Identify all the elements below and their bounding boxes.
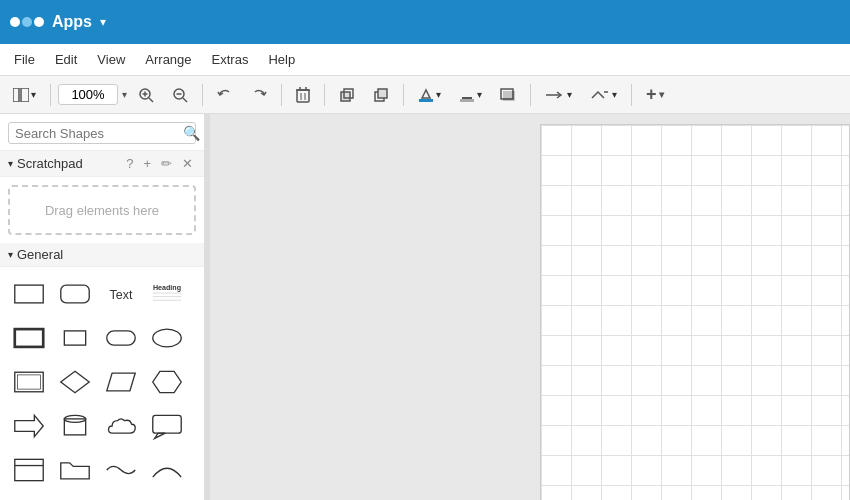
sidebar: 🔍 ▾ Scratchpad ? + ✏ ✕ Drag elements her…	[0, 114, 205, 500]
apps-dropdown-arrow[interactable]: ▾	[100, 15, 106, 29]
delete-icon	[296, 87, 310, 103]
toolbar-sep-6	[530, 84, 531, 106]
shape-rectangle[interactable]	[8, 273, 50, 315]
scratchpad-collapse-icon[interactable]: ▾	[8, 158, 13, 169]
toolbar-sep-2	[202, 84, 203, 106]
svg-rect-25	[15, 285, 43, 303]
svg-rect-15	[341, 92, 350, 101]
svg-rect-46	[15, 459, 43, 480]
plus-icon: +	[646, 84, 657, 105]
svg-marker-41	[15, 415, 43, 436]
shape-rect-thick[interactable]	[8, 317, 50, 359]
menu-view[interactable]: View	[87, 48, 135, 71]
zoom-dropdown-arrow[interactable]: ▾	[122, 89, 127, 100]
svg-marker-38	[61, 371, 89, 392]
add-dropdown-arrow: ▾	[659, 89, 664, 100]
search-input[interactable]	[15, 126, 183, 141]
scratchpad-section-header: ▾ Scratchpad ? + ✏ ✕	[0, 151, 204, 177]
app-name-label: Apps	[52, 13, 92, 31]
view-icon	[13, 88, 29, 102]
toolbar: ▾ 100% ▾ ▾ ▾	[0, 76, 850, 114]
app-logo[interactable]	[10, 17, 44, 27]
shape-cloud[interactable]	[100, 405, 142, 447]
menu-help[interactable]: Help	[258, 48, 305, 71]
svg-rect-34	[107, 331, 135, 345]
scratchpad-close-button[interactable]: ✕	[179, 155, 196, 172]
waypoint-button[interactable]: ▾	[583, 84, 624, 106]
to-front-button[interactable]	[332, 84, 362, 106]
undo-button[interactable]	[210, 84, 240, 106]
shapes-grid: Text Heading	[0, 267, 204, 497]
shape-rect-inner[interactable]	[8, 361, 50, 403]
shape-parallelogram[interactable]	[100, 361, 142, 403]
connection-button[interactable]: ▾	[538, 84, 579, 106]
shape-speech-bubble[interactable]	[146, 405, 188, 447]
svg-point-35	[153, 329, 181, 347]
waypoint-dropdown-arrow: ▾	[612, 89, 617, 100]
shape-diamond[interactable]	[54, 361, 96, 403]
shape-ellipse[interactable]	[146, 317, 188, 359]
search-input-wrap[interactable]: 🔍	[8, 122, 196, 144]
shape-heading[interactable]: Heading	[146, 273, 188, 315]
canvas-area[interactable]	[210, 114, 850, 500]
redo-button[interactable]	[244, 84, 274, 106]
main-area: 🔍 ▾ Scratchpad ? + ✏ ✕ Drag elements her…	[0, 114, 850, 500]
svg-rect-44	[153, 415, 181, 433]
toolbar-sep-1	[50, 84, 51, 106]
to-back-icon	[373, 88, 389, 102]
menu-edit[interactable]: Edit	[45, 48, 87, 71]
undo-icon	[217, 88, 233, 102]
chevron-down-icon: ▾	[31, 89, 36, 100]
general-collapse-icon[interactable]: ▾	[8, 249, 13, 260]
shape-rect-small[interactable]	[54, 317, 96, 359]
svg-rect-18	[378, 89, 387, 98]
delete-button[interactable]	[289, 83, 317, 107]
svg-rect-1	[21, 88, 29, 102]
general-title: General	[17, 247, 196, 262]
menubar: File Edit View Arrange Extras Help	[0, 44, 850, 76]
zoom-in-button[interactable]	[131, 83, 161, 107]
add-button[interactable]: + ▾	[639, 80, 671, 109]
svg-marker-39	[107, 373, 135, 391]
menu-arrange[interactable]: Arrange	[135, 48, 201, 71]
svg-text:Text: Text	[110, 288, 133, 302]
svg-rect-33	[64, 331, 85, 345]
shape-text[interactable]: Text	[100, 273, 142, 315]
toolbar-sep-3	[281, 84, 282, 106]
drawing-canvas[interactable]	[540, 124, 850, 500]
svg-rect-9	[297, 90, 309, 102]
svg-rect-32	[15, 329, 43, 347]
menu-extras[interactable]: Extras	[202, 48, 259, 71]
shadow-button[interactable]	[493, 84, 523, 106]
shadow-icon	[500, 88, 516, 102]
svg-rect-22	[503, 91, 515, 101]
topbar: Apps ▾	[0, 0, 850, 44]
svg-rect-19	[419, 99, 433, 102]
zoom-out-button[interactable]	[165, 83, 195, 107]
svg-rect-0	[13, 88, 19, 102]
toolbar-sep-5	[403, 84, 404, 106]
fill-color-button[interactable]: ▾	[411, 84, 448, 106]
shape-folder[interactable]	[54, 449, 96, 491]
shape-curve[interactable]	[146, 449, 188, 491]
shape-hexagon[interactable]	[146, 361, 188, 403]
shape-table[interactable]	[8, 449, 50, 491]
shape-cylinder[interactable]	[54, 405, 96, 447]
to-back-button[interactable]	[366, 84, 396, 106]
shape-wave[interactable]	[100, 449, 142, 491]
shape-rounded-rect[interactable]	[54, 273, 96, 315]
scratchpad-placeholder-text: Drag elements here	[45, 203, 159, 218]
shape-stadium[interactable]	[100, 317, 142, 359]
scratchpad-help-button[interactable]: ?	[123, 155, 136, 172]
line-color-button[interactable]: ▾	[452, 84, 489, 106]
scratchpad-add-button[interactable]: +	[140, 155, 154, 172]
shape-arrow-right[interactable]	[8, 405, 50, 447]
menu-file[interactable]: File	[4, 48, 45, 71]
fill-dropdown-arrow: ▾	[436, 89, 441, 100]
svg-rect-37	[17, 375, 40, 389]
redo-icon	[251, 88, 267, 102]
line-dropdown-arrow: ▾	[477, 89, 482, 100]
connection-icon	[545, 88, 565, 102]
scratchpad-edit-button[interactable]: ✏	[158, 155, 175, 172]
view-toggle-button[interactable]: ▾	[6, 84, 43, 106]
